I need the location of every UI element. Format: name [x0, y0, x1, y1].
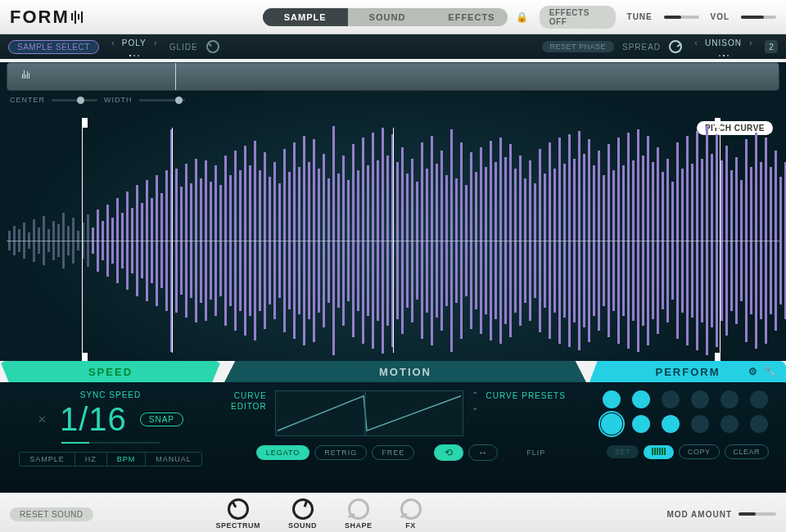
- motion-panel: CURVE EDITOR ⌃ ⌄ CURVE PRESETS LEGATO RE…: [221, 382, 590, 493]
- main-tabs: SAMPLE SOUND EFFECTS: [263, 8, 508, 26]
- perform-slots: [601, 390, 775, 435]
- vol-slider[interactable]: [741, 16, 776, 19]
- tune-slider[interactable]: [664, 16, 699, 19]
- set-button[interactable]: SET: [607, 445, 639, 458]
- loop-icon: ⟲: [445, 448, 454, 458]
- perform-slot-2[interactable]: [632, 390, 650, 408]
- chevron-down-icon[interactable]: ⌄: [472, 403, 478, 412]
- perform-slot-7[interactable]: [603, 415, 621, 433]
- loop-end-marker[interactable]: [720, 119, 720, 361]
- center-slider[interactable]: [52, 99, 97, 101]
- lock-icon[interactable]: 🔒: [516, 11, 528, 23]
- spread-knob[interactable]: [669, 40, 682, 53]
- perform-slot-10[interactable]: [691, 415, 709, 433]
- curve-editor[interactable]: [275, 390, 463, 436]
- sample-toolbar: SAMPLE SELECT ‹ POLY › GLIDE RESET PHASE…: [0, 34, 786, 59]
- spread-label: SPREAD: [622, 43, 661, 52]
- footer-bar: RESET SOUND SPECTRUM SOUND SHAPE FX MOD …: [0, 493, 786, 532]
- mod-amount-slider[interactable]: [739, 512, 776, 516]
- copy-button[interactable]: COPY: [679, 444, 720, 459]
- effects-toggle[interactable]: EFFECTS OFF: [540, 6, 616, 29]
- section-motion[interactable]: MOTION: [224, 361, 586, 382]
- close-icon[interactable]: ✕: [38, 413, 47, 426]
- sample-select-button[interactable]: SAMPLE SELECT: [8, 40, 99, 54]
- perform-slot-11[interactable]: [720, 415, 739, 433]
- tab-sound[interactable]: SOUND: [348, 8, 427, 26]
- speed-mode-selector: SAMPLE HZ BPM MANUAL: [19, 452, 202, 467]
- mode-sample[interactable]: SAMPLE: [20, 453, 75, 466]
- sliders-icon[interactable]: ⚙: [748, 366, 759, 377]
- sync-speed-title: SYNC SPEED: [15, 390, 206, 399]
- top-bar: FORM SAMPLE SOUND EFFECTS 🔒 EFFECTS OFF …: [0, 0, 786, 34]
- mode-bpm[interactable]: BPM: [107, 453, 147, 466]
- width-label: WIDTH: [104, 96, 133, 104]
- speed-panel: SYNC SPEED ✕ 1/16 SNAP SAMPLE HZ BPM MAN…: [0, 382, 221, 493]
- keyboard-button[interactable]: [644, 445, 674, 459]
- logo-wave-icon: [71, 9, 83, 25]
- clear-button[interactable]: CLEAR: [725, 444, 770, 459]
- curve-presets-label[interactable]: CURVE PRESETS: [486, 390, 566, 401]
- macro-spectrum[interactable]: SPECTRUM: [215, 498, 260, 530]
- flip-button[interactable]: FLIP: [517, 446, 554, 459]
- free-button[interactable]: FREE: [372, 445, 414, 460]
- tab-sample[interactable]: SAMPLE: [263, 8, 348, 26]
- keyboard-icon: [652, 448, 666, 455]
- bidir-icon: ↔: [478, 448, 489, 458]
- section-perform[interactable]: PERFORM ⚙ 🔧: [590, 361, 786, 382]
- perform-slot-8[interactable]: [632, 415, 650, 433]
- speed-slider[interactable]: [61, 442, 160, 444]
- speed-value[interactable]: 1/16: [60, 403, 127, 435]
- bottom-panels: SYNC SPEED ✕ 1/16 SNAP SAMPLE HZ BPM MAN…: [0, 382, 786, 493]
- mod-amount-label: MOD AMOUNT: [666, 510, 732, 519]
- macro-shape[interactable]: SHAPE: [345, 498, 373, 530]
- wrench-icon[interactable]: 🔧: [764, 366, 778, 377]
- overview-cursor: [175, 63, 176, 90]
- tune-label: TUNE: [627, 12, 653, 21]
- unison-count[interactable]: 2: [765, 40, 778, 53]
- loop-start-marker[interactable]: [82, 119, 83, 361]
- sample-overview[interactable]: [7, 62, 779, 91]
- vol-label: VOL: [711, 12, 730, 21]
- chevron-left-icon[interactable]: ‹: [107, 37, 119, 48]
- perform-panel: SET COPY CLEAR: [590, 382, 786, 493]
- perform-slot-3[interactable]: [662, 390, 680, 408]
- reset-sound-button[interactable]: RESET SOUND: [10, 507, 93, 521]
- perform-slot-4[interactable]: [691, 390, 709, 408]
- perform-slot-5[interactable]: [720, 390, 739, 408]
- perform-slot-1[interactable]: [603, 390, 621, 408]
- perform-slot-6[interactable]: [750, 390, 768, 408]
- legato-button[interactable]: LEGATO: [256, 445, 310, 460]
- chevron-right-icon[interactable]: ›: [150, 37, 161, 48]
- voice-mode-value: POLY: [122, 38, 147, 47]
- chevron-left-icon[interactable]: ‹: [690, 37, 702, 48]
- app-logo: FORM: [10, 7, 83, 28]
- glide-label: GLIDE: [169, 43, 198, 52]
- loop-button[interactable]: ⟲: [434, 444, 463, 461]
- perform-slot-9[interactable]: [662, 415, 680, 433]
- section-speed[interactable]: SPEED: [0, 361, 221, 382]
- mode-manual[interactable]: MANUAL: [146, 453, 201, 466]
- waveform-display[interactable]: [0, 119, 786, 361]
- perform-slot-12[interactable]: [750, 415, 768, 433]
- macro-fx[interactable]: FX: [400, 498, 422, 530]
- drag-handle-icon[interactable]: [22, 70, 29, 79]
- unison-label: UNISON: [705, 38, 742, 47]
- glide-knob[interactable]: [206, 40, 219, 53]
- playhead: [172, 128, 173, 353]
- reset-phase-button[interactable]: RESET PHASE: [542, 41, 614, 52]
- snap-button[interactable]: SNAP: [140, 413, 183, 426]
- macro-sound[interactable]: SOUND: [288, 498, 317, 530]
- waveform-area: CENTER WIDTH PITCH CURVE: [0, 62, 786, 361]
- chevron-right-icon[interactable]: ›: [745, 37, 757, 48]
- voice-mode-selector[interactable]: ‹ POLY ›: [107, 37, 161, 56]
- section-tabs: SPEED MOTION PERFORM ⚙ 🔧: [0, 361, 786, 382]
- retrig-button[interactable]: RETRIG: [314, 445, 367, 460]
- width-slider[interactable]: [139, 99, 185, 101]
- chevron-up-icon[interactable]: ⌃: [472, 390, 478, 399]
- unison-selector[interactable]: ‹ UNISON ›: [690, 37, 757, 56]
- mode-hz[interactable]: HZ: [75, 453, 107, 466]
- curve-editor-label[interactable]: CURVE EDITOR: [231, 390, 267, 412]
- center-label: CENTER: [10, 96, 45, 104]
- tab-effects[interactable]: EFFECTS: [427, 8, 507, 26]
- bidir-button[interactable]: ↔: [468, 444, 498, 461]
